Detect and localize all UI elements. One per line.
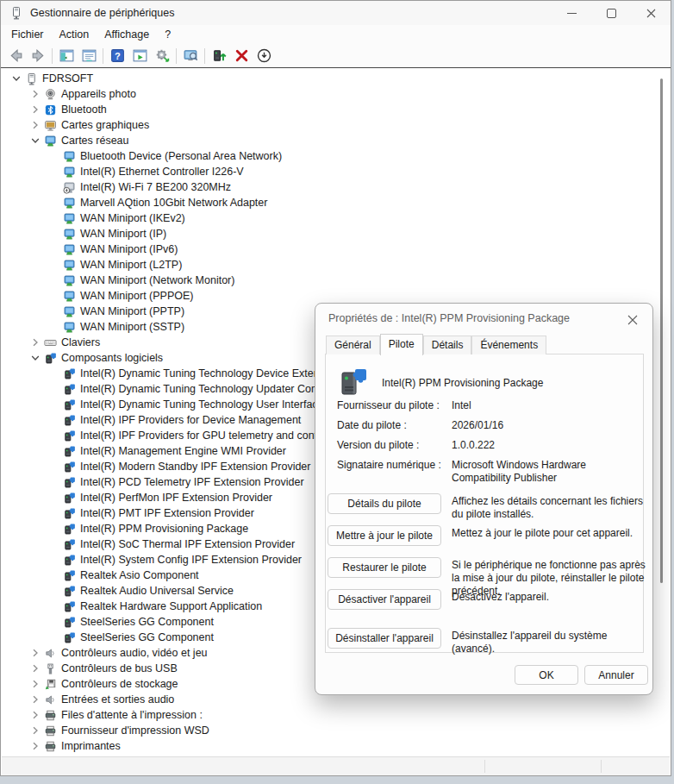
tab-details[interactable]: Détails — [423, 336, 472, 354]
properties-button[interactable] — [78, 46, 100, 66]
chevron-right-icon[interactable] — [28, 336, 43, 349]
tab-pilote[interactable]: Pilote — [380, 334, 423, 355]
update-driver-button[interactable] — [208, 46, 230, 66]
chevron-right-icon[interactable] — [28, 677, 43, 691]
software-icon — [62, 568, 76, 582]
tree-item-label: WAN Miniport (IPv6) — [80, 243, 178, 255]
tree-item[interactable]: WAN Miniport (Network Monitor) — [2, 273, 670, 288]
cancel-button[interactable]: Annuler — [584, 665, 648, 685]
usb-icon — [43, 662, 57, 675]
chevron-spacer — [47, 304, 62, 318]
tree-item[interactable]: Files d'attente à l'impression : — [2, 707, 670, 723]
chevron-right-icon[interactable] — [28, 693, 43, 706]
chevron-right-icon[interactable] — [28, 739, 43, 753]
software-icon — [62, 506, 76, 520]
dialog-tabs: GénéralPiloteDétailsÉvénements — [326, 336, 546, 354]
tab-evenements[interactable]: Événements — [471, 336, 546, 354]
close-button[interactable] — [631, 1, 671, 25]
chevron-spacer — [47, 258, 62, 272]
back-button[interactable] — [4, 46, 27, 66]
network-icon — [62, 258, 76, 272]
tree-item[interactable]: WAN Miniport (IP) — [2, 226, 670, 241]
chevron-right-icon[interactable] — [28, 118, 43, 132]
tree-item[interactable]: Bluetooth — [2, 102, 670, 117]
tree-item[interactable]: Imprimantes — [2, 738, 670, 754]
forward-icon — [30, 47, 47, 64]
tree-item-label: Contrôleurs de bus USB — [61, 662, 178, 674]
tree-item-label: Realtek Hardware Support Application — [80, 600, 262, 612]
menu-aide[interactable]: ? — [157, 26, 178, 43]
search-computer-icon — [183, 47, 199, 64]
software-icon — [62, 599, 76, 613]
field-label: Version du pilote : — [337, 439, 452, 452]
disable-device-button[interactable]: Désactiver l'appareil — [328, 589, 441, 610]
minimize-button[interactable] — [552, 1, 591, 25]
forward-button[interactable] — [27, 46, 49, 66]
menu-fichier[interactable]: Fichier — [3, 26, 52, 43]
chevron-right-icon[interactable] — [28, 646, 43, 660]
chevron-right-icon[interactable] — [28, 724, 43, 737]
tree-item-label: WAN Miniport (IKEv2) — [80, 212, 185, 224]
software-icon — [62, 382, 76, 396]
uninstall-device-button[interactable]: Désinstaller l'appareil — [328, 628, 441, 649]
chevron-spacer — [47, 382, 62, 396]
ok-button[interactable]: OK — [515, 665, 578, 685]
action-pane-button[interactable] — [128, 46, 151, 66]
network-icon — [62, 165, 76, 179]
chevron-right-icon[interactable] — [28, 103, 43, 116]
chevron-spacer — [47, 615, 62, 629]
tree-item[interactable]: FDRSOFT — [2, 71, 670, 86]
statusbar-separator — [601, 760, 602, 773]
tree-item[interactable]: Fournisseur d'impression WSD — [2, 723, 670, 738]
tree-item[interactable]: WAN Miniport (PPPOE) — [2, 288, 670, 304]
rollback-driver-button[interactable]: Restaurer le pilote — [328, 557, 441, 578]
tree-item[interactable]: Bluetooth Device (Personal Area Network) — [2, 148, 670, 164]
menu-action[interactable]: Action — [52, 26, 97, 43]
tree-item-label: Intel(R) PCD Telemetry IPF Extension Pro… — [80, 476, 304, 488]
audio-icon — [43, 646, 57, 660]
uninstall-icon — [234, 47, 250, 64]
tree-item[interactable]: WAN Miniport (L2TP) — [2, 257, 670, 273]
uninstall-device-button[interactable] — [230, 46, 253, 66]
software-icon — [62, 460, 76, 474]
update-driver-button[interactable]: Mettre à jour le pilote — [328, 525, 441, 546]
chevron-spacer — [47, 398, 62, 411]
tab-general[interactable]: Général — [326, 336, 380, 354]
chevron-right-icon[interactable] — [28, 708, 43, 722]
scan-hardware-changes-button[interactable] — [151, 46, 173, 66]
disable-device-button[interactable] — [253, 46, 275, 66]
tree-item[interactable]: Cartes graphiques — [2, 117, 670, 133]
chevron-spacer — [47, 584, 62, 598]
svg-text:?: ? — [115, 51, 121, 61]
titlebar: Gestionnaire de périphériques — [1, 1, 671, 25]
chevron-down-icon[interactable] — [9, 72, 24, 85]
tree-item[interactable]: Intel(R) Ethernet Controller I226-V — [2, 164, 670, 179]
chevron-spacer — [47, 320, 62, 334]
vertical-scrollbar[interactable] — [660, 78, 663, 583]
bluetooth-icon — [43, 103, 57, 116]
menu-affichage[interactable]: Affichage — [97, 26, 157, 43]
chevron-down-icon[interactable] — [28, 351, 43, 365]
field-label: Fournisseur du pilote : — [337, 399, 452, 412]
tree-item-label: Files d'attente à l'impression : — [61, 709, 203, 721]
tree-item[interactable]: Marvell AQtion 10Gbit Network Adapter — [2, 195, 670, 210]
software-icon — [62, 398, 76, 411]
tree-item[interactable]: Intel(R) Wi-Fi 7 BE200 320MHz — [2, 179, 670, 195]
help-button[interactable]: ? — [106, 46, 128, 66]
software-icon — [62, 491, 76, 505]
dialog-close-button[interactable] — [623, 310, 642, 329]
tree-item[interactable]: Appareils photo — [2, 86, 670, 102]
search-computer-button[interactable] — [179, 46, 202, 66]
maximize-button[interactable] — [591, 1, 631, 25]
driver-details-button[interactable]: Détails du pilote — [328, 493, 441, 514]
software-icon — [62, 475, 76, 489]
chevron-spacer — [47, 506, 62, 520]
tree-item[interactable]: WAN Miniport (IKEv2) — [2, 210, 670, 226]
chevron-right-icon[interactable] — [28, 662, 43, 675]
show-console-tree-button[interactable] — [55, 46, 78, 66]
tree-item[interactable]: WAN Miniport (IPv6) — [2, 241, 670, 257]
tree-item[interactable]: Cartes réseau — [2, 133, 670, 148]
chevron-down-icon[interactable] — [28, 134, 43, 147]
software-icon — [62, 615, 76, 629]
chevron-right-icon[interactable] — [28, 87, 43, 101]
